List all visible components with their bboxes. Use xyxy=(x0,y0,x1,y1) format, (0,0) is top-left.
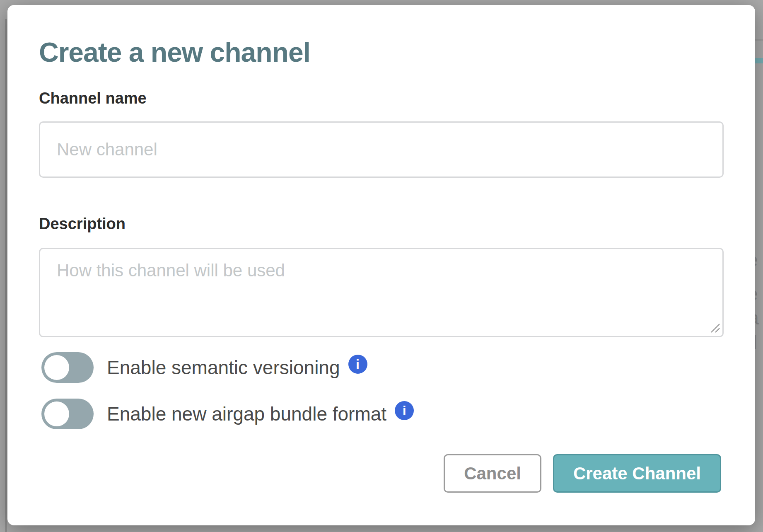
background-page-edge xyxy=(5,19,7,532)
create-channel-button[interactable]: Create Channel xyxy=(553,454,721,493)
description-label: Description xyxy=(39,215,724,233)
channel-name-label: Channel name xyxy=(39,89,724,107)
textarea-resize-handle[interactable] xyxy=(710,322,720,333)
background-teal-accent xyxy=(755,58,763,63)
semantic-versioning-row: Enable semantic versioning i xyxy=(41,352,724,383)
info-icon[interactable]: i xyxy=(348,355,367,374)
semantic-versioning-label: Enable semantic versioning xyxy=(107,356,340,379)
airgap-bundle-row: Enable new airgap bundle format i xyxy=(41,399,724,429)
background-divider-line xyxy=(755,39,763,41)
description-field-wrap xyxy=(39,248,724,337)
info-icon[interactable]: i xyxy=(395,401,414,420)
modal-title: Create a new channel xyxy=(39,5,724,68)
airgap-bundle-toggle[interactable] xyxy=(41,399,94,429)
channel-name-input[interactable] xyxy=(39,121,724,178)
airgap-bundle-label: Enable new airgap bundle format xyxy=(107,403,386,425)
modal-actions: Cancel Create Channel xyxy=(39,454,721,493)
toggle-knob xyxy=(44,401,69,426)
cancel-button[interactable]: Cancel xyxy=(444,454,541,493)
create-channel-modal: Create a new channel Channel name Descri… xyxy=(7,5,755,525)
semantic-versioning-toggle[interactable] xyxy=(41,352,94,383)
description-textarea[interactable] xyxy=(39,248,724,337)
toggle-knob xyxy=(44,355,69,380)
